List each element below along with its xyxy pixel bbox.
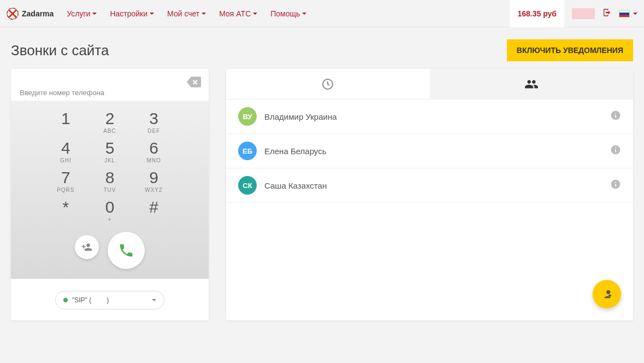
keypad: 1 2ABC 3DEF 4GHI 5JKL 6MNO 7PQRS 8TUV 9W… (11, 101, 209, 279)
key-6[interactable]: 6MNO (132, 138, 176, 165)
nav-pbx[interactable]: Моя АТС (219, 9, 257, 18)
add-contact-button[interactable] (75, 235, 99, 259)
nav-help[interactable]: Помощь (270, 9, 306, 18)
status-dot-icon (63, 298, 68, 302)
nav-account[interactable]: Мой счет (167, 9, 206, 18)
add-person-icon (601, 288, 613, 300)
contact-row[interactable]: ЕБ Елена Беларусь (226, 134, 633, 168)
avatar: СК (238, 176, 257, 195)
logo[interactable]: Zadarma (7, 8, 54, 20)
logo-icon (7, 8, 19, 20)
chevron-down-icon (253, 13, 257, 15)
user-name-redacted (572, 8, 595, 19)
info-icon[interactable] (610, 110, 621, 123)
contact-list: ВУ Владимир Украина ЕБ Елена Беларусь СК… (226, 99, 633, 203)
logo-text: Zadarma (22, 9, 54, 18)
sign-out-icon[interactable] (602, 8, 611, 19)
nav-pbx-label: Моя АТС (219, 9, 251, 18)
nav-settings-label: Настройки (110, 9, 147, 18)
sip-select[interactable]: "SIP" ( ) (55, 291, 164, 309)
dialer-input-area (11, 69, 209, 101)
nav-services-label: Услуги (67, 9, 90, 18)
contact-name: Саша Казахстан (264, 181, 327, 190)
info-icon[interactable] (610, 179, 621, 192)
key-0[interactable]: 0+ (88, 197, 132, 224)
key-9[interactable]: 9WXYZ (132, 167, 176, 195)
sip-label-suffix: ) (107, 296, 109, 304)
phone-icon (118, 242, 134, 259)
key-7[interactable]: 7PQRS (44, 167, 88, 195)
contact-row[interactable]: СК Саша Казахстан (226, 168, 633, 203)
call-button[interactable] (108, 232, 145, 269)
tab-contacts[interactable] (430, 69, 634, 99)
contact-name: Елена Беларусь (264, 147, 327, 156)
nav-services[interactable]: Услуги (67, 9, 97, 18)
chevron-down-icon (152, 299, 156, 301)
chevron-down-icon (150, 13, 154, 15)
chevron-down-icon (633, 13, 637, 15)
clock-icon (321, 78, 334, 91)
header: Zadarma Услуги Настройки Мой счет Моя АТ… (0, 0, 644, 27)
add-contact-fab[interactable] (593, 280, 621, 308)
key-hash[interactable]: # (132, 197, 176, 224)
balance[interactable]: 168.35 руб (510, 0, 564, 27)
header-right: 168.35 руб (510, 0, 637, 27)
sip-label-prefix: "SIP" ( (72, 296, 91, 304)
main: 1 2ABC 3DEF 4GHI 5JKL 6MNO 7PQRS 8TUV 9W… (0, 69, 644, 331)
key-1[interactable]: 1 (44, 108, 88, 136)
flag-ru-icon (619, 10, 630, 17)
key-5[interactable]: 5JKL (88, 138, 132, 165)
tabs (226, 69, 633, 99)
chevron-down-icon (92, 13, 97, 15)
key-2[interactable]: 2ABC (88, 108, 132, 136)
key-3[interactable]: 3DEF (132, 108, 176, 136)
info-icon[interactable] (610, 144, 621, 157)
titlebar: Звонки с сайта ВКЛЮЧИТЬ УВЕДОМЛЕНИЯ (0, 27, 644, 69)
contacts-panel: ВУ Владимир Украина ЕБ Елена Беларусь СК… (226, 69, 633, 320)
nav-settings[interactable]: Настройки (110, 9, 154, 18)
language-selector[interactable] (619, 10, 637, 17)
avatar: ВУ (238, 107, 257, 126)
page-title: Звонки с сайта (11, 42, 109, 59)
avatar: ЕБ (238, 142, 257, 160)
nav-account-label: Мой счет (167, 9, 199, 18)
add-person-icon (81, 242, 92, 253)
backspace-icon[interactable] (187, 77, 201, 90)
chevron-down-icon (302, 13, 306, 15)
contact-name: Владимир Украина (264, 112, 337, 121)
key-8[interactable]: 8TUV (88, 167, 132, 195)
key-4[interactable]: 4GHI (44, 138, 88, 165)
tab-history[interactable] (226, 69, 430, 99)
chevron-down-icon (202, 13, 206, 15)
enable-notifications-button[interactable]: ВКЛЮЧИТЬ УВЕДОМЛЕНИЯ (507, 39, 633, 61)
contact-row[interactable]: ВУ Владимир Украина (226, 99, 633, 134)
nav: Услуги Настройки Мой счет Моя АТС Помощь (67, 9, 306, 18)
key-star[interactable]: * (44, 197, 88, 224)
phone-input[interactable] (20, 79, 200, 97)
dialer: 1 2ABC 3DEF 4GHI 5JKL 6MNO 7PQRS 8TUV 9W… (11, 69, 209, 320)
people-icon (524, 77, 539, 91)
nav-help-label: Помощь (270, 9, 300, 18)
